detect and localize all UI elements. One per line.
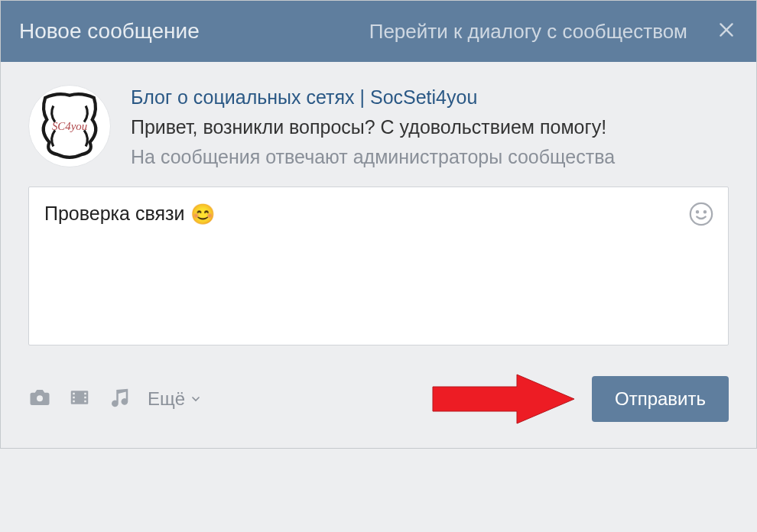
close-icon	[716, 20, 736, 43]
community-info: Блог о социальных сетях | SocSeti4you Пр…	[131, 85, 729, 168]
svg-rect-12	[84, 393, 86, 395]
arrow-right-icon	[425, 368, 578, 430]
more-attachments-button[interactable]: Ещё	[148, 388, 202, 410]
svg-rect-9	[73, 393, 75, 395]
community-row: SC4you Блог о социальных сетях | SocSeti…	[28, 85, 729, 168]
community-avatar[interactable]: SC4you	[28, 85, 111, 167]
attach-video-button[interactable]	[68, 388, 91, 410]
close-button[interactable]	[715, 20, 738, 43]
new-message-modal: Новое сообщение Перейти к диалогу с сооб…	[0, 0, 757, 449]
community-greeting: Привет, возникли вопросы? С удовольствие…	[131, 116, 729, 138]
message-textarea[interactable]: Проверка связи 😊	[28, 187, 729, 345]
video-icon	[68, 386, 91, 412]
svg-rect-14	[84, 401, 86, 403]
attachment-icons	[28, 388, 131, 410]
send-button[interactable]: Отправить	[592, 376, 729, 422]
modal-header: Новое сообщение Перейти к диалогу с сооб…	[1, 1, 756, 62]
svg-point-4	[690, 203, 712, 225]
smile-emoji: 😊	[190, 204, 215, 224]
modal-title: Новое сообщение	[19, 19, 200, 44]
svg-point-7	[37, 395, 43, 401]
admin-note: На сообщения отвечают администраторы соо…	[131, 146, 729, 168]
go-to-dialog-link[interactable]: Перейти к диалогу с сообществом	[369, 20, 687, 44]
attach-photo-button[interactable]	[28, 388, 51, 410]
chevron-down-icon	[190, 388, 202, 410]
svg-marker-15	[433, 375, 574, 423]
red-arrow-annotation	[425, 368, 578, 430]
modal-footer: Ещё Отправить	[28, 368, 729, 430]
camera-icon	[28, 386, 51, 412]
music-note-icon	[108, 386, 131, 412]
svg-text:SC4you: SC4you	[52, 120, 87, 132]
svg-rect-13	[84, 397, 86, 399]
smile-icon	[688, 216, 714, 229]
svg-point-6	[704, 211, 706, 212]
modal-body: SC4you Блог о социальных сетях | SocSeti…	[1, 62, 756, 448]
message-content: Проверка связи 😊	[44, 203, 682, 225]
emoji-picker-button[interactable]	[688, 201, 714, 227]
svg-rect-10	[73, 397, 75, 399]
svg-rect-11	[73, 401, 75, 403]
community-name-link[interactable]: Блог о социальных сетях | SocSeti4you	[131, 86, 477, 109]
attach-audio-button[interactable]	[108, 388, 131, 410]
svg-point-5	[697, 211, 698, 212]
more-label: Ещё	[148, 388, 185, 410]
message-text: Проверка связи	[44, 203, 184, 225]
